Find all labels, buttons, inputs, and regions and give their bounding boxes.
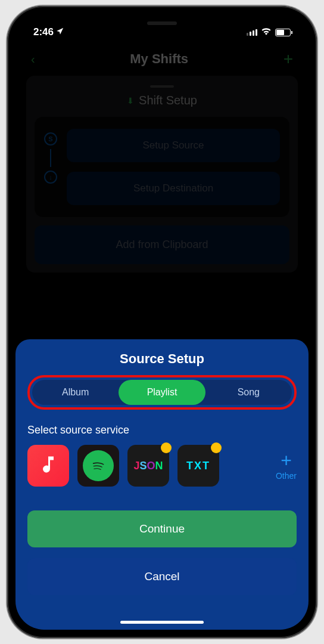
- setup-flow-icons: S ↓: [44, 129, 57, 205]
- other-service-button[interactable]: + Other: [276, 451, 297, 481]
- panel-handle[interactable]: [150, 85, 174, 88]
- cancel-button[interactable]: Cancel: [27, 558, 297, 595]
- service-section-label: Select source service: [27, 424, 297, 436]
- segment-song[interactable]: Song: [205, 380, 292, 405]
- txt-icon[interactable]: TXT: [177, 445, 219, 487]
- wifi-icon: [261, 27, 272, 38]
- add-clipboard-button[interactable]: Add from Clipboard: [35, 225, 289, 264]
- segment-playlist[interactable]: Playlist: [119, 380, 205, 405]
- download-icon: ⬇: [127, 96, 134, 106]
- time-label: 2:46: [33, 26, 54, 38]
- setup-source-button[interactable]: Setup Source: [67, 129, 280, 162]
- spotify-logo-icon: [83, 450, 114, 481]
- page-title: My Shifts: [130, 51, 188, 67]
- other-label: Other: [276, 471, 297, 481]
- segment-album[interactable]: Album: [32, 380, 119, 405]
- location-icon: [56, 26, 64, 38]
- json-icon[interactable]: JSON: [127, 445, 169, 487]
- status-right: [247, 27, 291, 38]
- apple-music-icon[interactable]: [27, 445, 69, 487]
- phone-frame: 2:46 ‹ My Shifts: [7, 6, 317, 638]
- notch: [102, 14, 222, 33]
- source-step-icon: S: [44, 132, 57, 145]
- highlight-annotation: Album Playlist Song: [27, 375, 297, 410]
- continue-button[interactable]: Continue: [27, 510, 297, 547]
- service-row: JSON TXT + Other: [27, 445, 297, 487]
- premium-badge-icon: [161, 442, 172, 453]
- type-segment-control: Album Playlist Song: [32, 380, 292, 405]
- nav-header: ‹ My Shifts +: [26, 47, 298, 71]
- battery-icon: [275, 29, 291, 36]
- source-setup-sheet: Source Setup Album Playlist Song Select …: [15, 339, 309, 630]
- sheet-title: Source Setup: [27, 351, 297, 367]
- signal-icon: [247, 29, 257, 36]
- back-icon[interactable]: ‹: [31, 52, 35, 66]
- status-time: 2:46: [33, 26, 64, 38]
- add-icon[interactable]: +: [284, 49, 293, 69]
- music-note-icon: [38, 454, 59, 478]
- plus-icon: +: [281, 451, 292, 470]
- setup-box: S ↓ Setup Source Setup Destination: [35, 117, 289, 217]
- home-indicator[interactable]: [120, 621, 204, 624]
- premium-badge-icon: [211, 442, 222, 453]
- spotify-icon[interactable]: [77, 445, 119, 487]
- shift-setup-panel: ⬇ Shift Setup S ↓ Setup Source Setup Des…: [26, 76, 298, 273]
- panel-title: Shift Setup: [139, 94, 197, 107]
- phone-screen: 2:46 ‹ My Shifts: [15, 14, 309, 630]
- setup-destination-button[interactable]: Setup Destination: [67, 172, 280, 205]
- dest-step-icon: ↓: [44, 171, 57, 184]
- app-content: ‹ My Shifts + ⬇ Shift Setup S ↓: [15, 14, 309, 630]
